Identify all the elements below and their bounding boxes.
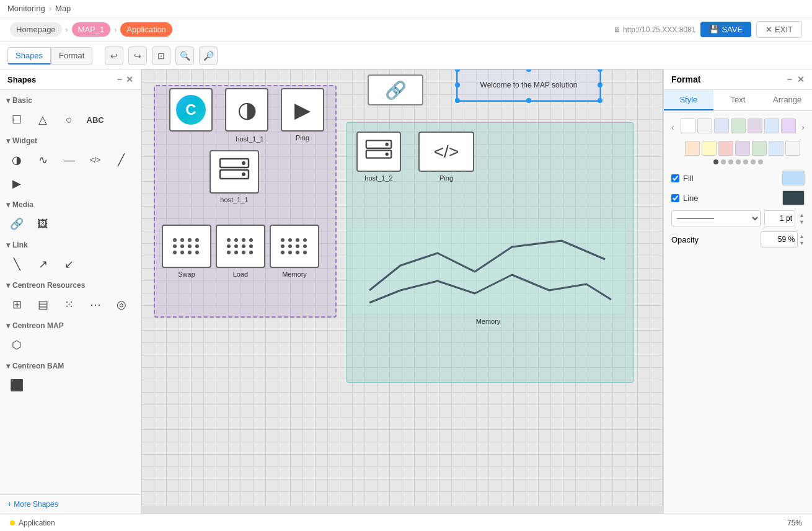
shape-bam[interactable]: ⬛ — [6, 375, 27, 396]
shape-minus[interactable]: — — [58, 149, 79, 171]
swatch-gray2[interactable] — [785, 141, 800, 156]
swatch-yellow2[interactable] — [702, 141, 717, 156]
swatch-pink[interactable] — [718, 141, 733, 156]
line-color-preview[interactable] — [782, 190, 805, 205]
tab-format[interactable]: Format — [51, 47, 92, 65]
swatch-blue1[interactable] — [714, 118, 729, 133]
swatch-lightgray[interactable] — [697, 118, 712, 133]
load-shape[interactable]: Load — [216, 225, 265, 278]
shape-code[interactable]: </> — [85, 149, 106, 171]
shape-pie[interactable]: ◑ — [6, 149, 27, 171]
format-minimize-button[interactable]: − — [787, 74, 792, 84]
dot-3[interactable] — [728, 159, 733, 164]
shape-server-resource[interactable]: ▤ — [32, 294, 53, 315]
line-checkbox[interactable] — [671, 194, 679, 202]
swatch-sky[interactable] — [769, 141, 783, 156]
dot-6[interactable] — [751, 159, 756, 164]
dot-7[interactable] — [758, 159, 763, 164]
fill-checkbox[interactable] — [671, 174, 679, 182]
exit-button[interactable]: ✕ EXIT — [756, 21, 802, 38]
close-panel-button[interactable]: ✕ — [126, 74, 133, 84]
swatch-blue2[interactable] — [781, 118, 796, 133]
color-prev-button[interactable]: ‹ — [671, 122, 674, 132]
horizontal-scrollbar[interactable] — [141, 506, 663, 514]
server-shape[interactable]: host_1_1 — [210, 150, 259, 203]
link-canvas-icon[interactable]: 🔗 — [368, 74, 423, 105]
shape-circle[interactable]: ○ — [58, 109, 79, 130]
welcome-text-box[interactable]: Welcome to the MAP solution — [457, 69, 600, 100]
breadcrumb-homepage[interactable]: Homepage — [10, 22, 62, 37]
minimize-panel-button[interactable]: − — [117, 74, 122, 84]
format-close-button[interactable]: ✕ — [797, 74, 805, 84]
memory-chart-container[interactable] — [350, 228, 626, 315]
tab-arrange[interactable]: Arrange — [762, 90, 812, 110]
swatch-green1[interactable] — [731, 118, 746, 133]
handle-bc[interactable] — [526, 98, 531, 103]
swatch-mint[interactable] — [752, 141, 767, 156]
handle-tr[interactable] — [598, 69, 602, 72]
centreon-icon-shape[interactable]: C — [169, 88, 213, 134]
handle-bl[interactable] — [455, 98, 460, 103]
shape-triangle[interactable]: △ — [32, 109, 53, 130]
save-button[interactable]: 💾 Style SAVE — [700, 22, 751, 37]
zoom-in-button[interactable]: 🔍 — [175, 47, 194, 65]
shape-line-chart[interactable]: ∿ — [32, 149, 53, 171]
canvas-area[interactable]: C ◑ ▶ Ping host_1 — [141, 69, 663, 514]
swatch-white[interactable] — [681, 118, 695, 133]
shape-square[interactable]: ☐ — [6, 109, 27, 130]
play-shape[interactable]: ▶ Ping — [281, 88, 324, 141]
shape-cube[interactable]: ⬡ — [6, 334, 27, 355]
tab-shapes[interactable]: Shapes — [7, 47, 51, 65]
redo-button[interactable]: ↪ — [128, 47, 147, 65]
canvas-grid[interactable]: C ◑ ▶ Ping host_1 — [141, 69, 663, 514]
canvas-wrapper[interactable]: C ◑ ▶ Ping host_1 — [141, 69, 663, 514]
dot-5[interactable] — [743, 159, 748, 164]
shape-link[interactable]: 🔗 — [6, 213, 27, 234]
handle-ml[interactable] — [455, 83, 460, 87]
shape-image[interactable]: 🖼 — [32, 213, 53, 234]
breadcrumb-current[interactable]: Application — [120, 22, 172, 37]
nav-monitoring[interactable]: Monitoring — [7, 4, 45, 13]
dot-1[interactable] — [713, 159, 718, 164]
handle-mr[interactable] — [598, 83, 602, 87]
shape-dots-resource[interactable]: ⁙ — [58, 294, 79, 315]
shape-dashes-resource[interactable]: ⋯ — [85, 294, 106, 315]
tab-text[interactable]: Text — [713, 90, 763, 110]
pie-shape[interactable]: ◑ — [225, 88, 268, 134]
memory-shape[interactable]: Memory — [270, 225, 319, 278]
shape-diagonal-arrow[interactable]: ↙ — [58, 254, 79, 275]
shape-grid-resource[interactable]: ⊞ — [6, 294, 27, 315]
fit-button[interactable]: ⊡ — [152, 47, 170, 65]
ping-shape[interactable]: </> Ping — [418, 132, 474, 182]
dot-4[interactable] — [736, 159, 741, 164]
host12-shape[interactable]: host_1_2 — [356, 132, 401, 182]
zoom-out-button[interactable]: 🔎 — [199, 47, 218, 65]
line-pt-spinner[interactable]: ▲ ▼ — [799, 212, 805, 225]
opacity-input[interactable] — [761, 231, 798, 248]
breadcrumb-map1[interactable]: MAP_1 — [72, 22, 111, 37]
tab-style[interactable]: Style — [664, 90, 713, 110]
more-shapes-button[interactable]: + More Shapes — [0, 494, 141, 514]
swatch-lavender[interactable] — [735, 141, 750, 156]
line-style-select[interactable]: ————— - - - - ······ — [671, 210, 761, 226]
shape-text[interactable]: ABC — [85, 109, 106, 130]
shape-ring-resource[interactable]: ◎ — [111, 294, 132, 315]
handle-tc[interactable] — [526, 69, 531, 72]
swatch-purple1[interactable] — [764, 118, 779, 133]
nav-map[interactable]: Map — [55, 4, 71, 13]
shape-line[interactable]: ╲ — [6, 254, 27, 275]
handle-tl[interactable] — [455, 69, 460, 72]
swatch-orange[interactable] — [685, 141, 700, 156]
undo-button[interactable]: ↩ — [105, 47, 123, 65]
opacity-spinner[interactable]: ▲ ▼ — [799, 233, 805, 246]
shape-circle-play[interactable]: ▶ — [6, 173, 27, 194]
swap-shape[interactable]: Swap — [162, 225, 211, 278]
handle-br[interactable] — [598, 98, 602, 103]
dot-2[interactable] — [721, 159, 726, 164]
color-next-button[interactable]: › — [801, 122, 805, 132]
shape-diagonal[interactable]: ╱ — [111, 149, 132, 171]
shape-arrow-line[interactable]: ↗ — [32, 254, 53, 275]
fill-color-preview[interactable] — [782, 171, 805, 185]
swatch-yellow1[interactable] — [748, 118, 762, 133]
line-pt-input[interactable] — [764, 210, 795, 226]
